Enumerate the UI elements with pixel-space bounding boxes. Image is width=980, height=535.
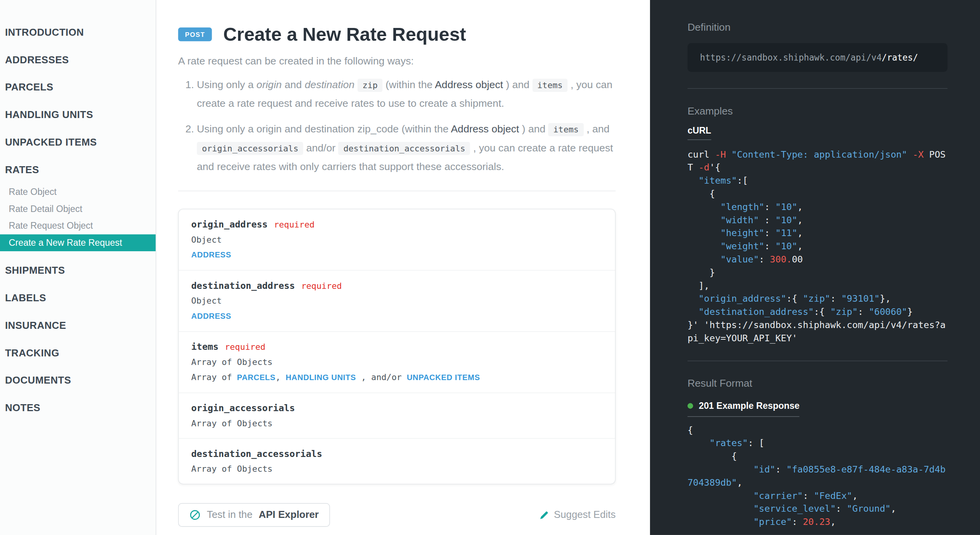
sidebar-item-create-a-new-rate-request[interactable]: Create a New Rate Request	[0, 234, 156, 251]
text-segment: Array of	[191, 372, 237, 382]
param-links: Array of PARCELS, HANDLING UNITS , and/o…	[191, 372, 603, 383]
test-button-label-strong: API Explorer	[259, 510, 319, 521]
sidebar-rates-subitems: Rate Object Rate Detail Object Rate Requ…	[0, 184, 156, 251]
suggest-edits-label: Suggest Edits	[554, 510, 616, 521]
endpoint-host: https://sandbox.shiphawk.com/api/v4	[700, 52, 882, 63]
sidebar-item-addresses[interactable]: ADDRESSES	[0, 46, 156, 74]
sidebar-item-rate-object[interactable]: Rate Object	[0, 184, 156, 200]
list-item: Using only a origin and destination zip_…	[197, 120, 615, 176]
result-format-heading: Result Format	[688, 377, 948, 389]
sidebar-item-introduction[interactable]: INTRODUCTION	[0, 19, 156, 46]
param-required-flag: required	[225, 342, 266, 352]
pencil-icon	[540, 511, 549, 520]
sidebar-item-unpacked-items[interactable]: UNPACKED ITEMS	[0, 129, 156, 156]
param-head: destination_accessorials	[191, 448, 603, 460]
code-panel: Definition https://sandbox.shiphawk.com/…	[650, 0, 980, 535]
text-segment: and/or	[303, 142, 338, 153]
endpoint-url: https://sandbox.shiphawk.com/api/v4/rate…	[688, 43, 948, 72]
endpoint-path: /rates/	[882, 52, 918, 63]
parcels-link[interactable]: PARCELS	[237, 373, 275, 382]
response-status-label: 201 Example Response	[699, 401, 799, 411]
param-required-flag: required	[301, 281, 342, 291]
text-segment: Address object	[435, 79, 503, 90]
sidebar-item-insurance[interactable]: INSURANCE	[0, 312, 156, 339]
param-head: origin_accessorials	[191, 403, 603, 414]
test-api-explorer-button[interactable]: Test in the API Explorer	[178, 504, 330, 527]
text-segment: zip	[358, 79, 383, 92]
param-head: destination_addressrequired	[191, 280, 603, 292]
sidebar-item-rate-request-object[interactable]: Rate Request Object	[0, 217, 156, 234]
param-type: Object	[191, 234, 603, 245]
param-row-items: itemsrequired Array of Objects Array of …	[179, 332, 615, 393]
list-item: Using only a origin and destination zip …	[197, 76, 615, 113]
text-segment: ) and	[519, 123, 548, 135]
param-links: ADDRESS	[191, 249, 603, 260]
text-segment: Address object	[451, 123, 519, 135]
body-params-card: origin_addressrequired Object ADDRESS de…	[178, 209, 616, 485]
api-explorer-icon	[189, 510, 201, 521]
param-name: destination_accessorials	[191, 449, 322, 459]
status-dot-icon	[688, 403, 693, 408]
divider	[688, 88, 948, 89]
text-segment: , and	[584, 123, 609, 135]
text-segment: destination_accessorials	[339, 142, 471, 155]
param-row-origin-accessorials: origin_accessorials Array of Objects	[179, 393, 615, 439]
param-required-flag: required	[274, 220, 315, 230]
doc-content: POST Create a New Rate Request A rate re…	[157, 0, 650, 535]
text-segment: ) and	[503, 79, 532, 90]
param-name: destination_address	[191, 281, 295, 291]
param-links: ADDRESS	[191, 310, 603, 321]
text-segment: and	[282, 79, 305, 90]
sidebar-item-rates[interactable]: RATES	[0, 156, 156, 184]
param-name: origin_accessorials	[191, 403, 295, 413]
divider	[178, 191, 616, 192]
handling-units-link[interactable]: HANDLING UNITS	[286, 373, 356, 382]
param-type: Object	[191, 296, 603, 306]
text-segment: items	[532, 79, 568, 92]
text-segment: destination	[305, 79, 354, 90]
param-name: origin_address	[191, 220, 268, 230]
text-segment: ,	[276, 372, 286, 382]
param-name: items	[191, 342, 219, 352]
sidebar-item-rate-detail-object[interactable]: Rate Detail Object	[0, 201, 156, 217]
text-segment	[354, 79, 357, 90]
http-method-badge: POST	[178, 28, 212, 41]
text-segment: , and/or	[356, 372, 407, 382]
suggest-edits-link[interactable]: Suggest Edits	[540, 510, 616, 521]
sidebar-item-documents[interactable]: DOCUMENTS	[0, 367, 156, 394]
test-button-label: Test in the	[207, 510, 252, 521]
sidebar-item-labels[interactable]: LABELS	[0, 284, 156, 312]
curl-code-block: curl -H "Content-Type: application/json"…	[688, 148, 948, 344]
param-type: Array of Objects	[191, 464, 603, 474]
response-code-block: { "rates": [ { "id": "fa0855e8-e87f-484e…	[688, 423, 948, 528]
sidebar-item-shipments[interactable]: SHIPMENTS	[0, 257, 156, 285]
param-row-destination-address: destination_addressrequired Object ADDRE…	[179, 271, 615, 332]
examples-heading: Examples	[688, 105, 948, 117]
text-segment: Using only a origin and destination zip_…	[197, 123, 451, 135]
address-link[interactable]: ADDRESS	[191, 312, 231, 321]
title-row: POST Create a New Rate Request	[178, 24, 616, 45]
address-link[interactable]: ADDRESS	[191, 251, 231, 260]
page-title: Create a New Rate Request	[223, 24, 466, 45]
param-row-origin-address: origin_addressrequired Object ADDRESS	[179, 210, 615, 271]
param-type: Array of Objects	[191, 357, 603, 367]
param-row-destination-accessorials: destination_accessorials Array of Object…	[179, 439, 615, 484]
param-type: Array of Objects	[191, 419, 603, 429]
text-segment: origin	[257, 79, 282, 90]
response-status-toggle[interactable]: 201 Example Response	[688, 401, 799, 417]
tab-curl[interactable]: cURL	[688, 126, 711, 140]
sidebar: INTRODUCTION ADDRESSES PARCELS HANDLING …	[0, 0, 156, 535]
text-segment: origin_accessorials	[197, 142, 303, 155]
text-segment: (within the	[383, 79, 435, 90]
sidebar-item-notes[interactable]: NOTES	[0, 394, 156, 422]
divider	[688, 361, 948, 361]
definition-heading: Definition	[688, 21, 948, 33]
ways-list: Using only a origin and destination zip …	[178, 76, 616, 176]
sidebar-item-tracking[interactable]: TRACKING	[0, 339, 156, 367]
sidebar-item-parcels[interactable]: PARCELS	[0, 74, 156, 101]
param-head: origin_addressrequired	[191, 219, 603, 230]
unpacked-items-link[interactable]: UNPACKED ITEMS	[407, 373, 480, 382]
sidebar-item-handling-units[interactable]: HANDLING UNITS	[0, 101, 156, 129]
text-segment: Using only a	[197, 79, 257, 90]
actions-row: Test in the API Explorer Suggest Edits	[178, 504, 616, 527]
